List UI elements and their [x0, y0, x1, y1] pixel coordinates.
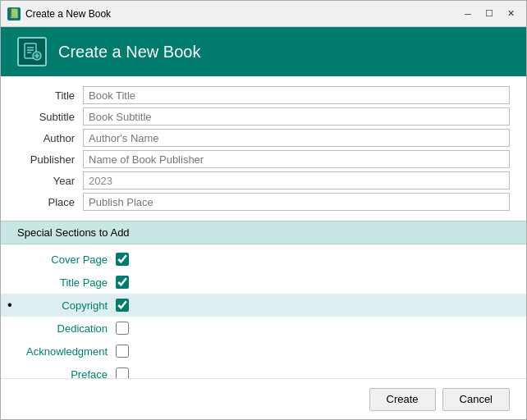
section-label-dedication: Dedication	[17, 322, 116, 335]
section-row-title-page: Title Page	[1, 271, 526, 294]
input-place[interactable]	[83, 193, 510, 211]
section-row-preface: Preface	[1, 363, 526, 378]
form-row-subtitle: Subtitle	[1, 106, 526, 127]
dialog-title: Create a New Book	[58, 43, 200, 62]
input-subtitle[interactable]	[83, 107, 510, 126]
checkbox-copyright[interactable]	[116, 299, 129, 312]
section-row-copyright: •Copyright	[1, 294, 526, 317]
input-title[interactable]	[83, 86, 510, 104]
title-bar: 📗 Create a New Book ─ ☐ ✕	[1, 1, 526, 27]
section-label-cover-page: Cover Page	[17, 253, 116, 266]
create-button[interactable]: Create	[369, 388, 436, 411]
section-row-dedication: Dedication	[1, 317, 526, 340]
label-title: Title	[17, 89, 83, 102]
section-label-acknowledgment: Acknowledgment	[17, 345, 116, 358]
form-row-title: Title	[1, 84, 526, 106]
header-icon	[17, 37, 47, 66]
section-label-title-page: Title Page	[17, 276, 116, 289]
section-label-preface: Preface	[17, 368, 116, 379]
input-publisher[interactable]	[83, 150, 510, 168]
close-button[interactable]: ✕	[502, 6, 520, 22]
title-bar-text: Create a New Book	[25, 8, 111, 20]
section-row-acknowledgment: Acknowledgment	[1, 340, 526, 363]
section-label-copyright: Copyright	[17, 299, 116, 312]
maximize-button[interactable]: ☐	[480, 6, 498, 22]
minimize-button[interactable]: ─	[459, 6, 477, 22]
label-author: Author	[17, 132, 83, 144]
form-section: TitleSubtitleAuthorPublisherYearPlace	[1, 76, 526, 221]
form-row-author: Author	[1, 127, 526, 148]
title-bar-controls: ─ ☐ ✕	[459, 6, 520, 22]
section-row-cover-page: Cover Page	[1, 248, 526, 271]
window-icon: 📗	[7, 7, 21, 21]
form-row-place: Place	[1, 191, 526, 212]
sections-list: Cover PageTitle Page•CopyrightDedication…	[1, 244, 526, 378]
input-year[interactable]	[83, 171, 510, 189]
bullet-icon: •	[7, 298, 12, 313]
title-bar-left: 📗 Create a New Book	[7, 7, 111, 21]
special-sections-header: Special Sections to Add	[1, 221, 526, 244]
form-row-publisher: Publisher	[1, 148, 526, 170]
cancel-button[interactable]: Cancel	[442, 388, 510, 411]
footer: Create Cancel	[1, 378, 526, 419]
label-subtitle: Subtitle	[17, 111, 83, 123]
label-publisher: Publisher	[17, 153, 83, 166]
checkbox-preface[interactable]	[116, 368, 129, 378]
form-row-year: Year	[1, 170, 526, 191]
input-author[interactable]	[83, 129, 510, 147]
checkbox-dedication[interactable]	[116, 322, 129, 335]
checkbox-title-page[interactable]	[116, 276, 129, 289]
checkbox-cover-page[interactable]	[116, 253, 129, 266]
label-place: Place	[17, 196, 83, 208]
main-window: 📗 Create a New Book ─ ☐ ✕ Create a New B…	[0, 0, 527, 420]
checkbox-acknowledgment[interactable]	[116, 345, 129, 358]
label-year: Year	[17, 175, 83, 187]
dialog-header: Create a New Book	[1, 27, 526, 76]
